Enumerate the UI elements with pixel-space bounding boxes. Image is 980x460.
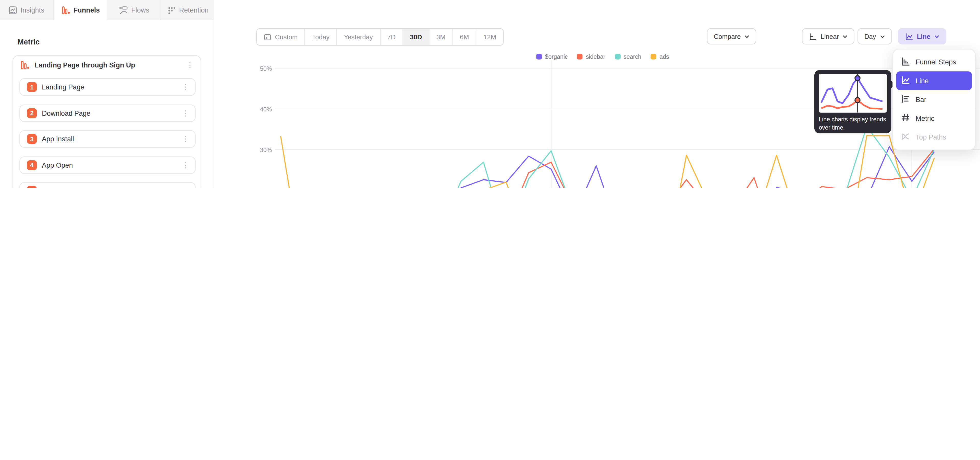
funnel-step-row[interactable]: 1 Landing Page ⋮ <box>19 78 196 96</box>
series-sidebar <box>281 149 935 188</box>
legend-item[interactable]: search <box>615 53 641 60</box>
funnel-title-row[interactable]: Landing Page through Sign Up <box>21 61 135 70</box>
retention-icon <box>167 6 175 14</box>
funnels-icon <box>62 6 70 14</box>
legend-item[interactable]: $organic <box>536 53 568 60</box>
funnel-metric-icon <box>21 61 29 70</box>
menu-item-label: Bar <box>916 96 926 103</box>
step-kebab-icon[interactable]: ⋮ <box>177 161 195 169</box>
step-kebab-icon[interactable]: ⋮ <box>177 135 195 142</box>
metric-card: Landing Page through Sign Up ⋮ 1 Landing… <box>13 55 201 188</box>
legend-swatch <box>577 54 583 59</box>
line-chart-icon <box>901 76 910 86</box>
tab-label: Flows <box>131 6 149 14</box>
tab-retention[interactable]: Retention <box>161 0 215 20</box>
metric-icon <box>901 113 910 123</box>
tab-funnels[interactable]: Funnels <box>54 0 108 20</box>
menu-item-top-paths: Top Paths <box>896 128 972 147</box>
tab-label: Funnels <box>73 6 100 14</box>
step-label: Download Page <box>42 109 177 117</box>
menu-item-bar[interactable]: Bar <box>896 90 972 109</box>
step-label: Sign Up <box>42 187 177 188</box>
series-search <box>281 126 935 188</box>
funnel-steps-icon <box>901 57 910 67</box>
step-label: App Open <box>42 161 177 169</box>
menu-item-metric[interactable]: Metric <box>896 109 972 128</box>
tab-label: Insights <box>21 6 45 14</box>
legend-item[interactable]: sidebar <box>577 53 606 60</box>
y-axis-label: 40% <box>253 106 272 113</box>
query-sidebar: Metric Landing Page through Sign Up ⋮ 1 … <box>0 20 215 188</box>
step-label: App Install <box>42 135 177 142</box>
y-axis-label: 20% <box>253 187 272 188</box>
step-kebab-icon[interactable]: ⋮ <box>177 109 195 117</box>
report-tabbar: Insights Funnels Flows Retention <box>0 0 215 20</box>
app-window: Insights Funnels Flows Retention Metric … <box>0 0 980 188</box>
funnel-kebab-icon[interactable]: ⋮ <box>181 61 199 69</box>
line-chart-preview <box>819 74 887 113</box>
top-paths-icon <box>901 132 910 142</box>
step-number-badge: 3 <box>27 134 37 144</box>
funnel-title: Landing Page through Sign Up <box>35 61 135 69</box>
y-axis-label: 30% <box>253 147 272 153</box>
legend-label: $organic <box>545 53 568 60</box>
series-$organic <box>281 147 935 188</box>
funnel-step-row[interactable]: 4 App Open ⋮ <box>19 156 196 174</box>
funnel-step-row[interactable]: 2 Download Page ⋮ <box>19 104 196 122</box>
menu-item-label: Metric <box>916 115 934 122</box>
flows-icon <box>119 6 127 14</box>
step-kebab-icon[interactable]: ⋮ <box>177 187 195 188</box>
step-number-badge: 5 <box>27 186 37 188</box>
step-kebab-icon[interactable]: ⋮ <box>177 83 195 91</box>
legend-label: search <box>624 53 641 60</box>
y-axis-label: 50% <box>253 65 272 72</box>
bar-chart-icon <box>901 94 910 104</box>
chart-legend: $organicsidebarsearchads <box>536 53 669 60</box>
series-ads <box>281 136 935 188</box>
line-chart-tooltip: Line charts display trends over time. <box>815 70 891 133</box>
funnel-step-row[interactable]: 3 App Install ⋮ <box>19 130 196 148</box>
legend-label: ads <box>659 53 669 60</box>
tab-flows[interactable]: Flows <box>108 0 161 20</box>
legend-swatch <box>651 54 656 59</box>
menu-item-funnel-steps[interactable]: Funnel Steps <box>896 53 972 71</box>
menu-item-label: Funnel Steps <box>916 58 956 65</box>
step-number-badge: 1 <box>27 82 37 92</box>
tab-label: Retention <box>179 6 208 14</box>
step-number-badge: 2 <box>27 108 37 118</box>
funnel-step-row[interactable]: 5 Sign Up ⋮ <box>19 182 196 188</box>
menu-item-label: Top Paths <box>916 133 946 141</box>
legend-label: sidebar <box>586 53 605 60</box>
tab-insights[interactable]: Insights <box>0 0 54 20</box>
legend-swatch <box>615 54 620 59</box>
legend-item[interactable]: ads <box>651 53 669 60</box>
chart-type-menu: Funnel StepsLineBarMetricTop Paths <box>892 49 976 150</box>
insights-icon <box>9 6 17 14</box>
tooltip-text: Line charts display trends over time. <box>819 116 887 131</box>
step-label: Landing Page <box>42 83 177 91</box>
menu-item-label: Line <box>916 77 929 84</box>
step-number-badge: 4 <box>27 160 37 170</box>
legend-swatch <box>536 54 542 59</box>
menu-item-line[interactable]: Line <box>896 71 972 90</box>
metric-heading: Metric <box>18 38 40 46</box>
